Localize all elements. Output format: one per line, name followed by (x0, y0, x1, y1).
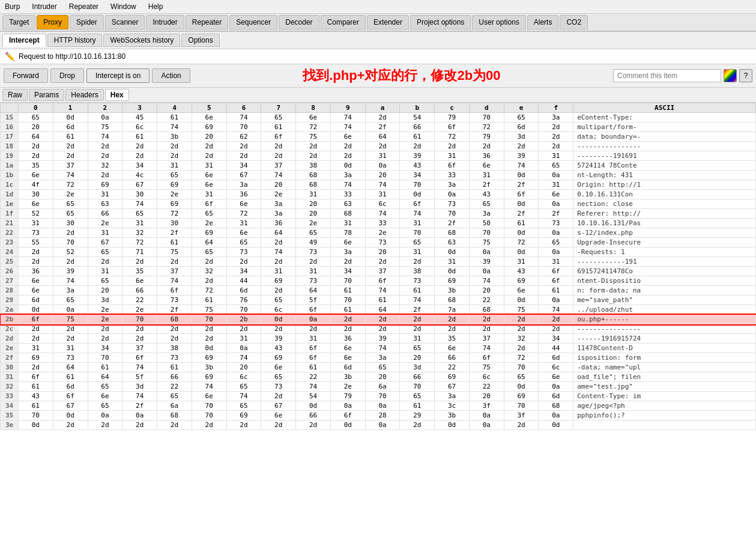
hex-cell[interactable]: 0a (539, 247, 573, 257)
hex-cell[interactable]: 52 (19, 209, 53, 219)
hex-cell[interactable]: 6d (19, 296, 53, 305)
hex-cell[interactable]: 65 (192, 209, 226, 219)
hex-cell[interactable]: 2d (53, 142, 88, 151)
hex-cell[interactable]: 0a (226, 344, 261, 353)
hex-cell[interactable]: 65 (192, 247, 226, 257)
hex-cell[interactable]: 0a (330, 401, 365, 411)
hex-cell[interactable]: 20 (296, 209, 331, 219)
hex-cell[interactable]: 65 (19, 113, 53, 123)
hex-cell[interactable]: 3a (330, 171, 365, 180)
hex-cell[interactable]: 61 (88, 363, 122, 372)
hex-cell[interactable]: 31 (469, 171, 504, 180)
hex-cell[interactable]: 31 (400, 247, 435, 257)
hex-cell[interactable]: 33 (365, 219, 400, 228)
hex-cell[interactable]: 3c (435, 401, 470, 411)
hex-cell[interactable]: 0a (122, 411, 157, 420)
hex-cell[interactable]: 31 (122, 219, 157, 228)
hex-cell[interactable]: 69 (19, 353, 53, 363)
hex-cell[interactable]: 66 (157, 372, 192, 382)
hex-cell[interactable]: 2d (192, 334, 226, 344)
hex-cell[interactable]: 69 (226, 411, 261, 420)
hex-cell[interactable]: 69 (88, 180, 122, 190)
hex-cell[interactable]: 30 (157, 219, 192, 228)
tab-decoder[interactable]: Decoder (279, 15, 319, 29)
hex-cell[interactable]: 31 (400, 219, 435, 228)
hex-cell[interactable]: 2d (296, 324, 331, 334)
hex-cell[interactable]: 2d (400, 420, 435, 430)
hex-cell[interactable]: 68 (330, 209, 365, 219)
hex-cell[interactable]: 2d (365, 142, 400, 151)
hex-cell[interactable]: 65 (469, 199, 504, 209)
hex-cell[interactable]: 70 (330, 276, 365, 286)
hex-cell[interactable]: 74 (539, 305, 573, 315)
hex-cell[interactable]: 0d (504, 171, 539, 180)
hex-cell[interactable]: 3b (330, 372, 365, 382)
hex-cell[interactable]: 72 (157, 209, 192, 219)
hex-cell[interactable]: 74 (122, 199, 157, 209)
hex-cell[interactable]: 0a (539, 199, 573, 209)
hex-cell[interactable]: 70 (192, 411, 226, 420)
hex-cell[interactable]: 61 (261, 123, 296, 132)
hex-cell[interactable]: 3d (504, 132, 539, 142)
hex-cell[interactable]: 69 (157, 199, 192, 209)
hex-cell[interactable]: 6f (330, 411, 365, 420)
hex-cell[interactable]: 0d (330, 420, 365, 430)
hex-cell[interactable]: 2d (226, 151, 261, 161)
hex-cell[interactable]: 61 (296, 363, 331, 372)
hex-cell[interactable]: 31 (53, 344, 88, 353)
hex-cell[interactable]: 31 (435, 151, 470, 161)
hex-cell[interactable]: 6e (296, 113, 331, 123)
hex-cell[interactable]: 0d (435, 420, 470, 430)
hex-cell[interactable]: 2e (296, 219, 331, 228)
hex-cell[interactable]: 20 (19, 123, 53, 132)
hex-cell[interactable]: 6e (435, 344, 470, 353)
hex-cell[interactable]: 6e (226, 199, 261, 209)
hex-cell[interactable]: 2d (192, 420, 226, 430)
hex-cell[interactable]: 70 (400, 180, 435, 190)
hex-cell[interactable]: 2f (157, 228, 192, 238)
hex-cell[interactable]: 33 (435, 171, 470, 180)
hex-cell[interactable]: 67 (226, 171, 261, 180)
hex-cell[interactable]: 70 (192, 401, 226, 411)
hex-cell[interactable]: 20 (88, 286, 122, 296)
hex-cell[interactable]: 65 (88, 401, 122, 411)
hex-cell[interactable]: 31 (435, 257, 470, 267)
hex-cell[interactable]: 2e (53, 190, 88, 199)
hex-cell[interactable]: 20 (469, 392, 504, 401)
hex-cell[interactable]: 0d (504, 199, 539, 209)
hex-cell[interactable]: 69 (157, 180, 192, 190)
hex-cell[interactable]: 39 (53, 267, 88, 276)
hex-cell[interactable]: 2d (261, 151, 296, 161)
hex-cell[interactable]: 72 (192, 286, 226, 296)
hex-cell[interactable]: 20 (365, 247, 400, 257)
hex-cell[interactable]: 38 (157, 344, 192, 353)
hex-cell[interactable]: 2e (122, 305, 157, 315)
hex-cell[interactable]: 3a (261, 209, 296, 219)
hex-cell[interactable]: 69 (192, 353, 226, 363)
hex-cell[interactable]: 6c (122, 123, 157, 132)
hex-cell[interactable]: 3b (435, 411, 470, 420)
hex-cell[interactable]: 36 (469, 151, 504, 161)
hex-cell[interactable]: 6e (226, 228, 261, 238)
hex-cell[interactable]: 75 (192, 305, 226, 315)
hex-cell[interactable]: 2f (122, 401, 157, 411)
hex-cell[interactable]: 70 (88, 353, 122, 363)
hex-cell[interactable]: 2d (19, 334, 53, 344)
tab-proxy[interactable]: Proxy (37, 15, 68, 29)
hex-cell[interactable]: 2f (504, 209, 539, 219)
hex-cell[interactable]: 4f (19, 180, 53, 190)
hex-cell[interactable]: 0a (435, 190, 470, 199)
hex-cell[interactable]: 75 (88, 123, 122, 132)
hex-cell[interactable]: 70 (226, 305, 261, 315)
hex-cell[interactable]: 34 (539, 334, 573, 344)
hex-cell[interactable]: 2d (192, 324, 226, 334)
hex-cell[interactable]: 66 (400, 123, 435, 132)
hex-cell[interactable]: 2d (19, 324, 53, 334)
hex-cell[interactable]: 36 (226, 190, 261, 199)
menu-burp[interactable]: Burp (2, 1, 22, 12)
hex-cell[interactable]: 35 (435, 334, 470, 344)
sub-tab-http-history[interactable]: HTTP history (47, 34, 103, 47)
hex-cell[interactable]: 2d (226, 142, 261, 151)
hex-cell[interactable]: 43 (19, 392, 53, 401)
hex-cell[interactable]: 2d (53, 228, 88, 238)
